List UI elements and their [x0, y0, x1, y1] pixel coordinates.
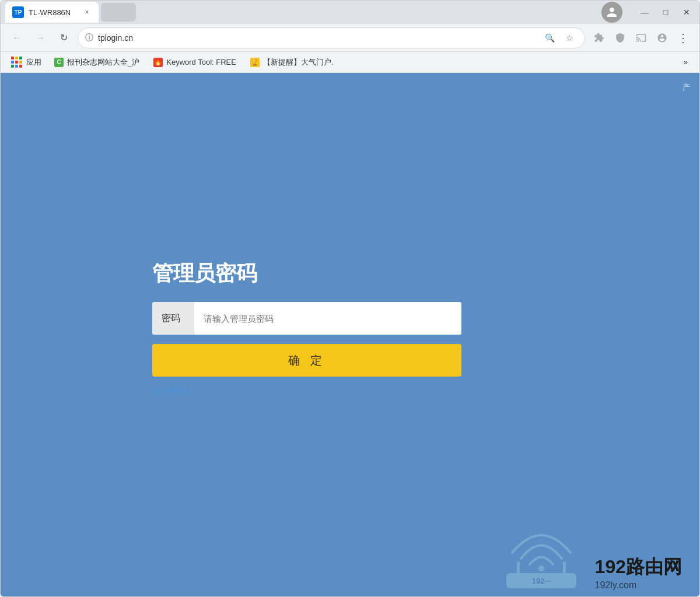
- minimize-button[interactable]: —: [636, 4, 653, 20]
- bookmark-favicon-1: 🔥: [153, 58, 163, 67]
- watermark-title: 192路由网: [595, 554, 682, 580]
- close-button[interactable]: ✕: [678, 4, 695, 20]
- bookmarks-more-button[interactable]: »: [679, 55, 692, 69]
- browser-tab[interactable]: TP TL-WR886N ×: [5, 2, 99, 23]
- password-input[interactable]: [194, 302, 461, 335]
- confirm-button[interactable]: 确 定: [152, 344, 461, 377]
- svg-rect-4: [563, 561, 566, 574]
- bookmark-item-1[interactable]: 🔥 Keyword Tool: FREE: [149, 55, 241, 69]
- apps-button[interactable]: 应用: [8, 54, 45, 71]
- info-icon: ⓘ: [85, 33, 93, 43]
- bookmark-item-0[interactable]: C 报刊杂志网站大全_沪: [50, 55, 144, 70]
- toolbar-right: ⋮: [590, 29, 692, 47]
- back-button[interactable]: ←: [8, 29, 26, 47]
- address-bar[interactable]: ⓘ 🔍 ☆: [78, 27, 585, 48]
- router-icon: 192···: [495, 515, 588, 591]
- bookmark-label-2: 【新提醒】大气门户.: [263, 57, 334, 68]
- title-bar-controls: — □ ✕: [601, 2, 695, 23]
- bookmark-favicon-0: C: [54, 58, 64, 67]
- watermark-text: 192路由网 192ly.com: [595, 554, 682, 591]
- svg-point-0: [538, 566, 544, 571]
- apps-label: 应用: [26, 57, 41, 68]
- tab-favicon: TP: [12, 6, 24, 18]
- address-right-icons: 🔍 ☆: [541, 30, 578, 46]
- page-content: 产 管理员密码 密码 确 定 忘记密码?: [1, 73, 699, 596]
- watermark-area: 192··· 192路由网 192ly.com: [495, 515, 682, 591]
- bookmark-favicon-2: 🏆: [250, 58, 260, 67]
- extension-icon-1[interactable]: [590, 29, 608, 47]
- title-bar-left: TP TL-WR886N ×: [5, 2, 601, 23]
- title-bar: TP TL-WR886N × — □ ✕: [1, 1, 699, 24]
- apps-grid-icon: [11, 57, 23, 68]
- bookmark-label-0: 报刊杂志网站大全_沪: [67, 57, 139, 68]
- password-field: 密码: [152, 302, 461, 335]
- bookmarks-bar: 应用 C 报刊杂志网站大全_沪 🔥 Keyword Tool: FREE 🏆 【…: [1, 52, 699, 73]
- maximize-button[interactable]: □: [657, 4, 674, 20]
- browser-window: TP TL-WR886N × — □ ✕ ← → ↻ ⓘ 🔍 ☆: [0, 0, 700, 597]
- watermark-url: 192ly.com: [595, 580, 637, 591]
- new-tab-area[interactable]: [101, 3, 136, 22]
- tab-title: TL-WR886N: [29, 8, 78, 17]
- address-input[interactable]: [98, 33, 537, 43]
- tab-close-button[interactable]: ×: [82, 8, 92, 17]
- bookmark-label-1: Keyword Tool: FREE: [166, 58, 236, 66]
- svg-rect-3: [517, 561, 520, 574]
- page-top-right-text: 产: [682, 82, 690, 93]
- reload-button[interactable]: ↻: [54, 29, 73, 47]
- menu-icon[interactable]: ⋮: [674, 29, 692, 47]
- toolbar: ← → ↻ ⓘ 🔍 ☆ ⋮: [1, 24, 699, 52]
- account-icon[interactable]: [653, 29, 671, 47]
- bookmark-icon[interactable]: ☆: [561, 30, 578, 46]
- login-title: 管理员密码: [152, 259, 461, 288]
- forward-button[interactable]: →: [31, 29, 50, 47]
- password-label: 密码: [152, 302, 194, 335]
- shield-icon[interactable]: [611, 29, 629, 47]
- bookmark-item-2[interactable]: 🏆 【新提醒】大气门户.: [246, 55, 338, 70]
- cast-icon[interactable]: [632, 29, 650, 47]
- search-icon[interactable]: 🔍: [541, 30, 558, 46]
- profile-icon[interactable]: [601, 2, 622, 23]
- forgot-password-link[interactable]: 忘记密码?: [152, 386, 461, 396]
- svg-text:192···: 192···: [531, 577, 551, 585]
- login-container: 管理员密码 密码 确 定 忘记密码?: [152, 259, 461, 396]
- login-form: 密码 确 定 忘记密码?: [152, 302, 461, 396]
